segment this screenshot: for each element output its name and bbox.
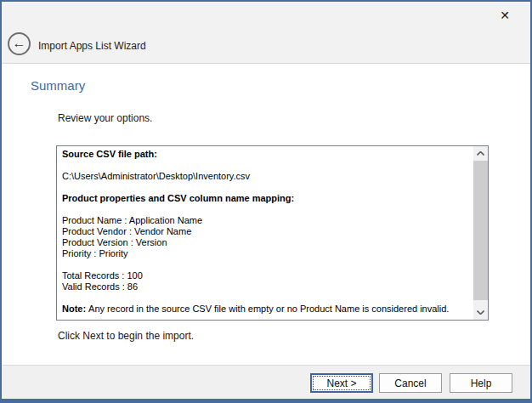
note-text: Any record in the source CSV file with e…: [88, 304, 449, 314]
blank-line: [62, 259, 473, 270]
scroll-up-button[interactable]: [473, 146, 488, 161]
note-label: Note:: [62, 304, 86, 314]
summary-content: Source CSV file path: C:\Users\Administr…: [57, 146, 473, 320]
wizard-header: ✕ ← Import Apps List Wizard: [2, 2, 530, 64]
scroll-down-button[interactable]: [473, 305, 488, 320]
footer-instruction: Click Next to begin the import.: [58, 330, 194, 342]
blank-line: [62, 160, 473, 171]
blank-line: [62, 292, 473, 304]
close-button[interactable]: ✕: [493, 5, 517, 26]
source-csv-heading: Source CSV file path:: [62, 149, 473, 160]
summary-box[interactable]: Source CSV file path: C:\Users\Administr…: [56, 145, 489, 321]
mapping-row: Product Vendor : Vendor Name: [62, 226, 473, 237]
mapping-row: Priority : Priority: [62, 248, 473, 259]
blank-line: [62, 204, 473, 215]
back-arrow-icon: ←: [13, 37, 26, 50]
back-button[interactable]: ←: [8, 32, 31, 55]
blank-line: [62, 182, 473, 193]
vertical-scrollbar[interactable]: [473, 146, 488, 320]
valid-records: Valid Records : 86: [62, 281, 473, 292]
wizard-title: Import Apps List Wizard: [38, 40, 146, 52]
close-icon: ✕: [500, 9, 510, 22]
scroll-up-icon: [477, 151, 484, 156]
mapping-row: Product Version : Version: [62, 237, 473, 248]
mapping-heading: Product properties and CSV column name m…: [62, 193, 473, 204]
instruction-text: Review your options.: [58, 112, 152, 124]
page-heading: Summary: [31, 78, 85, 93]
wizard-window: ✕ ← Import Apps List Wizard Summary Revi…: [0, 0, 532, 403]
scrollbar-thumb[interactable]: [473, 161, 488, 300]
scroll-down-icon: [477, 310, 484, 315]
note-line: Note:Any record in the source CSV file w…: [62, 304, 473, 315]
mapping-row: Product Name : Application Name: [62, 215, 473, 226]
next-button[interactable]: Next >: [310, 373, 373, 393]
total-records: Total Records : 100: [62, 270, 473, 281]
source-csv-path: C:\Users\Administrator\Desktop\Inventory…: [62, 171, 473, 182]
footer-bar: Next > Cancel Help: [2, 365, 530, 399]
cancel-button[interactable]: Cancel: [379, 373, 442, 393]
help-button[interactable]: Help: [450, 373, 512, 393]
